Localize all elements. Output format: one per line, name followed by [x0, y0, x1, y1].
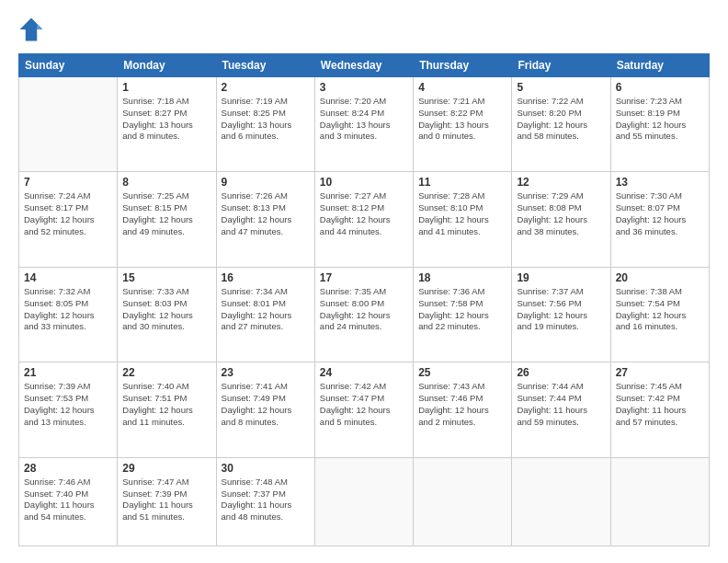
day-info: Sunrise: 7:21 AM Sunset: 8:22 PM Dayligh… [418, 96, 506, 143]
day-info: Sunrise: 7:35 AM Sunset: 8:00 PM Dayligh… [320, 286, 408, 333]
calendar-cell: 10Sunrise: 7:27 AM Sunset: 8:12 PM Dayli… [314, 172, 413, 267]
day-number: 5 [517, 81, 605, 94]
calendar-cell: 30Sunrise: 7:48 AM Sunset: 7:37 PM Dayli… [216, 457, 314, 546]
day-info: Sunrise: 7:29 AM Sunset: 8:08 PM Dayligh… [517, 190, 605, 237]
day-info: Sunrise: 7:27 AM Sunset: 8:12 PM Dayligh… [320, 190, 408, 237]
calendar-cell: 18Sunrise: 7:36 AM Sunset: 7:58 PM Dayli… [414, 267, 512, 362]
calendar-cell: 11Sunrise: 7:28 AM Sunset: 8:10 PM Dayli… [414, 172, 512, 267]
day-info: Sunrise: 7:30 AM Sunset: 8:07 PM Dayligh… [616, 190, 704, 237]
calendar-cell: 14Sunrise: 7:32 AM Sunset: 8:05 PM Dayli… [19, 267, 118, 362]
calendar-cell [610, 457, 709, 546]
day-number: 8 [122, 176, 210, 189]
day-number: 10 [320, 176, 408, 189]
day-number: 30 [222, 462, 310, 475]
day-number: 15 [122, 271, 210, 284]
page: SundayMondayTuesdayWednesdayThursdayFrid… [0, 0, 728, 563]
calendar-cell: 4Sunrise: 7:21 AM Sunset: 8:22 PM Daylig… [414, 77, 512, 172]
calendar-cell: 25Sunrise: 7:43 AM Sunset: 7:46 PM Dayli… [414, 362, 512, 457]
day-number: 18 [418, 271, 506, 284]
week-row-1: 1Sunrise: 7:18 AM Sunset: 8:27 PM Daylig… [19, 77, 710, 172]
day-info: Sunrise: 7:44 AM Sunset: 7:44 PM Dayligh… [517, 381, 605, 428]
day-info: Sunrise: 7:41 AM Sunset: 7:49 PM Dayligh… [222, 381, 310, 428]
day-number: 26 [517, 366, 605, 379]
day-number: 29 [122, 462, 210, 475]
day-number: 1 [122, 81, 210, 94]
week-row-3: 14Sunrise: 7:32 AM Sunset: 8:05 PM Dayli… [19, 267, 710, 362]
day-info: Sunrise: 7:19 AM Sunset: 8:25 PM Dayligh… [222, 96, 310, 143]
day-number: 21 [24, 366, 112, 379]
calendar-cell: 22Sunrise: 7:40 AM Sunset: 7:51 PM Dayli… [118, 362, 216, 457]
day-number: 4 [418, 81, 506, 94]
calendar-cell: 20Sunrise: 7:38 AM Sunset: 7:54 PM Dayli… [610, 267, 709, 362]
calendar-cell: 15Sunrise: 7:33 AM Sunset: 8:03 PM Dayli… [118, 267, 216, 362]
calendar-cell: 28Sunrise: 7:46 AM Sunset: 7:40 PM Dayli… [19, 457, 118, 546]
day-number: 9 [222, 176, 310, 189]
day-info: Sunrise: 7:23 AM Sunset: 8:19 PM Dayligh… [616, 96, 704, 143]
day-number: 3 [320, 81, 408, 94]
day-info: Sunrise: 7:48 AM Sunset: 7:37 PM Dayligh… [222, 477, 310, 523]
day-info: Sunrise: 7:46 AM Sunset: 7:40 PM Dayligh… [24, 477, 112, 523]
calendar-cell: 23Sunrise: 7:41 AM Sunset: 7:49 PM Dayli… [216, 362, 314, 457]
day-number: 14 [24, 271, 112, 284]
day-header-tuesday: Tuesday [216, 54, 314, 77]
calendar-cell: 1Sunrise: 7:18 AM Sunset: 8:27 PM Daylig… [118, 77, 216, 172]
day-info: Sunrise: 7:25 AM Sunset: 8:15 PM Dayligh… [122, 190, 210, 237]
calendar-cell: 27Sunrise: 7:45 AM Sunset: 7:42 PM Dayli… [610, 362, 709, 457]
header-row: SundayMondayTuesdayWednesdayThursdayFrid… [19, 54, 710, 77]
day-info: Sunrise: 7:40 AM Sunset: 7:51 PM Dayligh… [122, 381, 210, 428]
day-number: 16 [222, 271, 310, 284]
calendar-cell [19, 77, 118, 172]
day-number: 13 [616, 176, 704, 189]
day-info: Sunrise: 7:34 AM Sunset: 8:01 PM Dayligh… [222, 286, 310, 333]
calendar-cell: 24Sunrise: 7:42 AM Sunset: 7:47 PM Dayli… [314, 362, 413, 457]
calendar-table: SundayMondayTuesdayWednesdayThursdayFrid… [18, 53, 710, 546]
day-info: Sunrise: 7:33 AM Sunset: 8:03 PM Dayligh… [122, 286, 210, 333]
calendar-cell: 8Sunrise: 7:25 AM Sunset: 8:15 PM Daylig… [118, 172, 216, 267]
week-row-4: 21Sunrise: 7:39 AM Sunset: 7:53 PM Dayli… [19, 362, 710, 457]
day-info: Sunrise: 7:18 AM Sunset: 8:27 PM Dayligh… [122, 96, 210, 143]
calendar-cell: 12Sunrise: 7:29 AM Sunset: 8:08 PM Dayli… [512, 172, 610, 267]
calendar-cell: 6Sunrise: 7:23 AM Sunset: 8:19 PM Daylig… [610, 77, 709, 172]
day-number: 19 [517, 271, 605, 284]
calendar-cell [314, 457, 413, 546]
week-row-5: 28Sunrise: 7:46 AM Sunset: 7:40 PM Dayli… [19, 457, 710, 546]
day-number: 28 [24, 462, 112, 475]
svg-marker-1 [37, 24, 42, 29]
calendar-cell [512, 457, 610, 546]
day-number: 24 [320, 366, 408, 379]
day-info: Sunrise: 7:20 AM Sunset: 8:24 PM Dayligh… [320, 96, 408, 143]
day-header-sunday: Sunday [19, 54, 118, 77]
calendar-cell: 3Sunrise: 7:20 AM Sunset: 8:24 PM Daylig… [314, 77, 413, 172]
day-info: Sunrise: 7:22 AM Sunset: 8:20 PM Dayligh… [517, 96, 605, 143]
calendar-cell: 29Sunrise: 7:47 AM Sunset: 7:39 PM Dayli… [118, 457, 216, 546]
header [18, 17, 710, 42]
calendar-cell: 17Sunrise: 7:35 AM Sunset: 8:00 PM Dayli… [314, 267, 413, 362]
logo [18, 17, 48, 42]
day-number: 6 [616, 81, 704, 94]
day-header-monday: Monday [118, 54, 216, 77]
day-header-wednesday: Wednesday [314, 54, 413, 77]
day-header-saturday: Saturday [610, 54, 709, 77]
day-number: 22 [122, 366, 210, 379]
calendar-cell: 7Sunrise: 7:24 AM Sunset: 8:17 PM Daylig… [19, 172, 118, 267]
week-row-2: 7Sunrise: 7:24 AM Sunset: 8:17 PM Daylig… [19, 172, 710, 267]
day-info: Sunrise: 7:36 AM Sunset: 7:58 PM Dayligh… [418, 286, 506, 333]
calendar-cell: 5Sunrise: 7:22 AM Sunset: 8:20 PM Daylig… [512, 77, 610, 172]
day-info: Sunrise: 7:24 AM Sunset: 8:17 PM Dayligh… [24, 190, 112, 237]
day-info: Sunrise: 7:42 AM Sunset: 7:47 PM Dayligh… [320, 381, 408, 428]
day-number: 12 [517, 176, 605, 189]
day-number: 23 [222, 366, 310, 379]
calendar-cell: 2Sunrise: 7:19 AM Sunset: 8:25 PM Daylig… [216, 77, 314, 172]
day-number: 2 [222, 81, 310, 94]
day-info: Sunrise: 7:47 AM Sunset: 7:39 PM Dayligh… [122, 477, 210, 523]
day-header-friday: Friday [512, 54, 610, 77]
calendar-cell: 16Sunrise: 7:34 AM Sunset: 8:01 PM Dayli… [216, 267, 314, 362]
day-info: Sunrise: 7:39 AM Sunset: 7:53 PM Dayligh… [24, 381, 112, 428]
day-number: 17 [320, 271, 408, 284]
calendar-cell: 9Sunrise: 7:26 AM Sunset: 8:13 PM Daylig… [216, 172, 314, 267]
day-info: Sunrise: 7:28 AM Sunset: 8:10 PM Dayligh… [418, 190, 506, 237]
calendar-cell: 19Sunrise: 7:37 AM Sunset: 7:56 PM Dayli… [512, 267, 610, 362]
day-info: Sunrise: 7:32 AM Sunset: 8:05 PM Dayligh… [24, 286, 112, 333]
logo-icon [18, 17, 44, 42]
day-number: 20 [616, 271, 704, 284]
